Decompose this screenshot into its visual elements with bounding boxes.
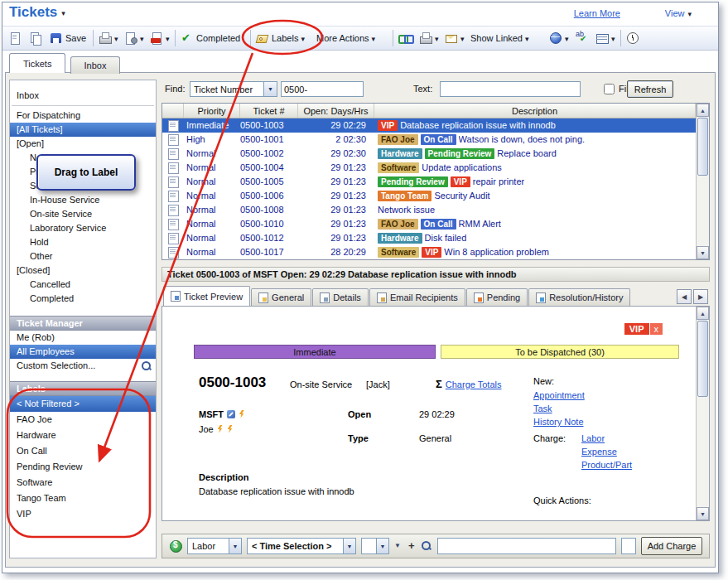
sidebar-label-item[interactable]: Pending Review [10, 459, 156, 475]
edit-account-icon[interactable] [227, 410, 235, 418]
new-ticket-button[interactable] [6, 28, 26, 48]
scroll-up-icon[interactable] [697, 307, 709, 320]
sidebar-item[interactable]: [Open] [10, 137, 156, 151]
pdf-export-button[interactable] [147, 28, 172, 48]
view-menu[interactable]: View [665, 8, 692, 18]
sidebar-item[interactable]: Completed [10, 292, 156, 306]
sidebar-label-item[interactable]: Hardware [10, 428, 156, 443]
charge-type-select[interactable]: Labor [187, 538, 242, 554]
detail-tab[interactable]: Email Recipients [369, 288, 465, 306]
sidebar-item[interactable]: All Employees [10, 345, 156, 359]
charge-link[interactable]: Labor [581, 433, 632, 443]
search-icon[interactable] [141, 360, 152, 372]
new-link[interactable]: Appointment [533, 390, 585, 400]
quick-action-bolt-icon[interactable] [239, 410, 245, 419]
table-row[interactable]: Immediate0500-100329 02:29VIPDatabase re… [162, 118, 696, 133]
column-header-description[interactable]: Description [374, 104, 696, 118]
table-row[interactable]: Normal0500-100429 01:23SoftwareUpdate ap… [162, 161, 696, 175]
table-row[interactable]: Normal0500-101229 01:23HardwareDisk fail… [162, 231, 696, 245]
tab-inbox[interactable]: Inbox [70, 56, 121, 74]
table-row[interactable]: Normal0500-100629 01:23Tango TeamSecurit… [162, 189, 696, 203]
sidebar-item[interactable]: Custom Selection... [10, 359, 156, 373]
sidebar-item[interactable]: Inbox [10, 89, 156, 103]
send-email-button[interactable] [442, 28, 467, 48]
scroll-down-icon[interactable] [697, 507, 709, 520]
quick-action-bolt-icon[interactable] [217, 425, 224, 434]
completed-button[interactable]: Completed [178, 28, 248, 48]
sidebar-item[interactable]: Hold [10, 235, 156, 249]
page-title-menu[interactable]: Tickets [9, 4, 65, 21]
refresh-button[interactable]: Refresh [627, 80, 673, 98]
new-link[interactable]: History Note [533, 417, 585, 427]
detail-tab[interactable]: Resolution/History [528, 288, 630, 306]
charge-totals-link[interactable]: Charge Totals [446, 379, 502, 389]
table-row[interactable]: High0500-10012 02:30FAO JoeOn CallWatson… [162, 133, 696, 147]
charge-quantity-input[interactable] [621, 538, 636, 554]
preview-scrollbar[interactable] [696, 307, 709, 520]
search-icon[interactable] [421, 540, 432, 552]
column-header-priority[interactable]: Priority [184, 104, 240, 118]
table-row[interactable]: Normal0500-101029 01:23FAO JoeOn CallRMM… [162, 217, 696, 231]
sidebar-label-item[interactable]: < Not Filtered > [10, 396, 156, 412]
time-selection-select[interactable]: < Time Selection > [247, 538, 356, 554]
sidebar-label-item[interactable]: VIP [10, 506, 156, 522]
charge-type-caret-icon[interactable] [229, 539, 241, 553]
show-linked-button[interactable]: Show Linked [468, 28, 546, 48]
charge-description-input[interactable] [437, 538, 616, 554]
table-row[interactable]: Normal0500-101728 20:29SoftwareVIPWin 8 … [162, 245, 696, 259]
spell-check-button[interactable] [572, 28, 592, 48]
grid-scrollbar[interactable] [696, 104, 709, 259]
detail-tab[interactable]: General [251, 288, 311, 306]
charge-link[interactable]: Product/Part [581, 460, 632, 470]
detail-tab[interactable]: Pending [466, 288, 528, 306]
sidebar-label-item[interactable]: Tango Team [10, 491, 156, 506]
charge-link[interactable]: Expense [581, 447, 632, 457]
filter-checkbox[interactable] [604, 84, 615, 94]
add-charge-button[interactable]: Add Charge [641, 537, 702, 555]
sidebar-item[interactable]: For Dispatching [10, 109, 156, 123]
scroll-up-icon[interactable] [697, 104, 709, 117]
table-row[interactable]: Normal0500-100229 02:30HardwarePending R… [162, 147, 696, 161]
tab-tickets[interactable]: Tickets [9, 53, 65, 73]
rate-select[interactable] [361, 538, 389, 554]
column-header-ticket[interactable]: Ticket # [240, 104, 298, 118]
contact-name[interactable]: Joe [199, 424, 214, 434]
find-input[interactable] [281, 81, 364, 97]
scroll-down-icon[interactable] [697, 246, 709, 259]
scrollbar-thumb[interactable] [697, 321, 708, 397]
title-dropdown-caret-icon[interactable] [61, 7, 65, 17]
link-button[interactable] [396, 28, 416, 48]
sidebar-item[interactable]: [Closed] [10, 263, 156, 278]
account-name[interactable]: MSFT [199, 409, 224, 419]
print-preview-button[interactable] [417, 28, 441, 48]
table-row[interactable]: Normal0500-100829 01:23Network issue [162, 203, 696, 217]
save-button[interactable]: Save [47, 28, 90, 48]
sidebar-item[interactable]: [All Tickets] [10, 123, 156, 137]
tab-scroll-right-icon[interactable]: ▶ [693, 289, 708, 304]
sidebar-label-item[interactable]: Software [10, 475, 156, 491]
sidebar-item[interactable]: On-site Service [10, 207, 156, 221]
sidebar-item[interactable]: In-House Service [10, 193, 156, 207]
print-button[interactable] [96, 28, 121, 48]
copy-button[interactable] [27, 28, 46, 48]
add-icon[interactable] [407, 540, 416, 552]
time-selection-caret-icon[interactable] [343, 539, 355, 553]
new-link[interactable]: Task [533, 404, 585, 413]
web-button[interactable] [547, 28, 571, 48]
find-field-select[interactable]: Ticket Number [190, 81, 277, 97]
vip-remove-icon[interactable]: x [650, 323, 663, 335]
sidebar-item[interactable]: Laboratory Service [10, 221, 156, 235]
find-field-caret-icon[interactable] [263, 82, 277, 96]
rate-caret-icon[interactable] [376, 539, 388, 553]
dropdown-caret-icon[interactable] [394, 541, 403, 551]
learn-more-link[interactable]: Learn More [574, 8, 620, 18]
sidebar-item[interactable]: Other [10, 249, 156, 263]
column-header-icon[interactable] [162, 104, 184, 118]
sidebar-label-item[interactable]: On Call [10, 443, 156, 459]
column-header-open[interactable]: Open: Days/Hrs [298, 104, 374, 118]
sidebar-item[interactable]: Me (Rob) [10, 331, 156, 345]
sidebar-label-item[interactable]: FAO Joe [10, 412, 156, 428]
more-actions-button[interactable]: More Actions [314, 28, 390, 48]
text-input[interactable] [440, 81, 581, 97]
report-button[interactable] [122, 28, 147, 48]
